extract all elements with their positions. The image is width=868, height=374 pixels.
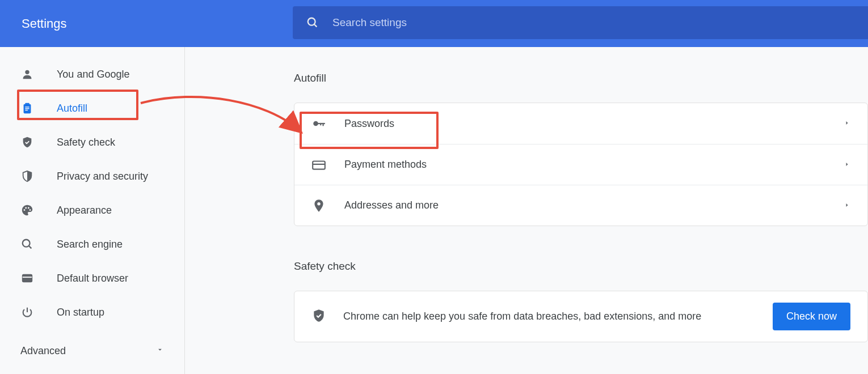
- svg-rect-7: [25, 108, 29, 109]
- sidebar-item-label: Privacy and security: [57, 171, 148, 182]
- key-icon: [311, 116, 327, 131]
- sidebar-item-privacy-security[interactable]: Privacy and security: [0, 159, 184, 193]
- svg-rect-20: [323, 123, 324, 126]
- sidebar-item-you-and-google[interactable]: You and Google: [0, 57, 184, 91]
- advanced-label: Advanced: [20, 345, 66, 357]
- search-input[interactable]: [332, 16, 616, 29]
- autofill-row-passwords[interactable]: Passwords: [294, 103, 867, 144]
- svg-point-11: [28, 207, 30, 209]
- palette-icon: [20, 203, 34, 217]
- shield-icon: [20, 169, 34, 183]
- autofill-card: Passwords Payment methods: [294, 103, 868, 226]
- row-label: Passwords: [344, 118, 394, 130]
- sidebar-item-label: You and Google: [57, 69, 129, 80]
- svg-rect-8: [25, 110, 28, 110]
- safety-check-text: Chrome can help keep you safe from data …: [343, 311, 701, 322]
- page-title: Settings: [22, 16, 67, 31]
- svg-point-24: [317, 202, 320, 205]
- chevron-down-icon: [156, 346, 164, 356]
- svg-point-18: [313, 121, 318, 126]
- svg-point-13: [23, 240, 30, 247]
- svg-point-2: [25, 70, 29, 74]
- location-icon: [311, 198, 327, 213]
- svg-point-12: [30, 209, 31, 211]
- row-label: Payment methods: [344, 159, 427, 171]
- sidebar-item-appearance[interactable]: Appearance: [0, 193, 184, 227]
- safety-section-title: Safety check: [294, 260, 868, 273]
- credit-card-icon: [311, 158, 327, 172]
- safety-check-card: Chrome can help keep you safe from data …: [294, 291, 868, 342]
- app-header: Settings: [0, 0, 868, 47]
- sidebar-item-on-startup[interactable]: On startup: [0, 295, 184, 329]
- shield-check-icon: [20, 135, 34, 149]
- sidebar-item-search-engine[interactable]: Search engine: [0, 227, 184, 261]
- power-icon: [20, 305, 34, 319]
- row-label: Addresses and more: [344, 199, 439, 211]
- chevron-right-icon: [844, 201, 850, 211]
- chevron-right-icon: [844, 118, 850, 129]
- svg-point-0: [308, 18, 315, 26]
- main-content: Autofill Passwords Paymen: [185, 47, 868, 374]
- svg-rect-5: [25, 103, 29, 105]
- svg-line-1: [314, 24, 317, 27]
- svg-point-10: [25, 207, 27, 209]
- search-bar[interactable]: [293, 6, 868, 39]
- search-icon: [20, 237, 34, 251]
- check-now-button[interactable]: Check now: [773, 303, 850, 330]
- sidebar-advanced-toggle[interactable]: Advanced: [0, 336, 184, 366]
- svg-rect-22: [313, 161, 325, 169]
- autofill-row-payment-methods[interactable]: Payment methods: [294, 144, 867, 185]
- chevron-right-icon: [844, 160, 850, 170]
- autofill-section-title: Autofill: [294, 72, 868, 84]
- svg-line-14: [29, 246, 32, 249]
- sidebar-item-label: Autofill: [57, 103, 87, 114]
- shield-check-icon: [311, 308, 326, 325]
- svg-rect-6: [25, 107, 29, 107]
- sidebar-item-default-browser[interactable]: Default browser: [0, 261, 184, 295]
- clipboard-icon: [20, 101, 34, 115]
- sidebar-item-label: Safety check: [57, 137, 115, 148]
- sidebar-item-label: Appearance: [57, 205, 112, 216]
- sidebar-item-label: Default browser: [57, 273, 128, 284]
- person-icon: [20, 67, 34, 81]
- browser-icon: [20, 271, 34, 285]
- svg-point-9: [24, 209, 26, 211]
- sidebar-item-autofill[interactable]: Autofill: [0, 91, 184, 125]
- autofill-row-addresses[interactable]: Addresses and more: [294, 185, 867, 226]
- sidebar-item-safety-check[interactable]: Safety check: [0, 125, 184, 159]
- search-icon: [306, 16, 319, 29]
- svg-rect-21: [320, 123, 321, 125]
- sidebar-item-label: Search engine: [57, 239, 123, 250]
- settings-sidebar: You and Google Autofill Safety check Pri…: [0, 47, 185, 374]
- sidebar-item-label: On startup: [57, 307, 104, 318]
